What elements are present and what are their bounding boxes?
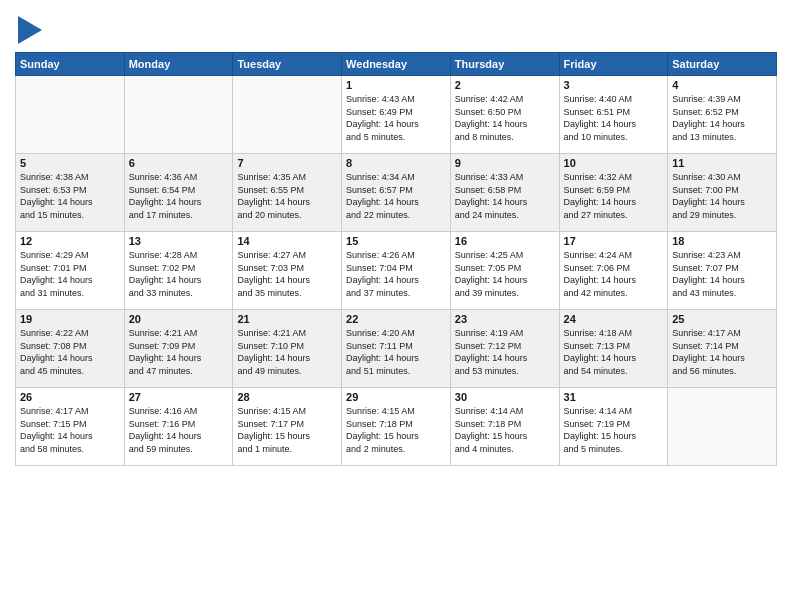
- day-info: Sunrise: 4:39 AMSunset: 6:52 PMDaylight:…: [672, 93, 772, 143]
- table-row: 3Sunrise: 4:40 AMSunset: 6:51 PMDaylight…: [559, 76, 668, 154]
- table-row: 1Sunrise: 4:43 AMSunset: 6:49 PMDaylight…: [342, 76, 451, 154]
- table-row: 8Sunrise: 4:34 AMSunset: 6:57 PMDaylight…: [342, 154, 451, 232]
- calendar-week-row: 19Sunrise: 4:22 AMSunset: 7:08 PMDayligh…: [16, 310, 777, 388]
- day-number: 18: [672, 235, 772, 247]
- day-number: 26: [20, 391, 120, 403]
- day-info: Sunrise: 4:16 AMSunset: 7:16 PMDaylight:…: [129, 405, 229, 455]
- table-row: 18Sunrise: 4:23 AMSunset: 7:07 PMDayligh…: [668, 232, 777, 310]
- day-info: Sunrise: 4:25 AMSunset: 7:05 PMDaylight:…: [455, 249, 555, 299]
- logo: [15, 14, 42, 44]
- day-number: 23: [455, 313, 555, 325]
- day-info: Sunrise: 4:14 AMSunset: 7:19 PMDaylight:…: [564, 405, 664, 455]
- table-row: 20Sunrise: 4:21 AMSunset: 7:09 PMDayligh…: [124, 310, 233, 388]
- table-row: [16, 76, 125, 154]
- svg-marker-0: [18, 16, 42, 44]
- table-row: 13Sunrise: 4:28 AMSunset: 7:02 PMDayligh…: [124, 232, 233, 310]
- table-row: 22Sunrise: 4:20 AMSunset: 7:11 PMDayligh…: [342, 310, 451, 388]
- day-number: 21: [237, 313, 337, 325]
- day-info: Sunrise: 4:40 AMSunset: 6:51 PMDaylight:…: [564, 93, 664, 143]
- table-row: 19Sunrise: 4:22 AMSunset: 7:08 PMDayligh…: [16, 310, 125, 388]
- day-info: Sunrise: 4:35 AMSunset: 6:55 PMDaylight:…: [237, 171, 337, 221]
- day-number: 12: [20, 235, 120, 247]
- table-row: 2Sunrise: 4:42 AMSunset: 6:50 PMDaylight…: [450, 76, 559, 154]
- table-row: 29Sunrise: 4:15 AMSunset: 7:18 PMDayligh…: [342, 388, 451, 466]
- table-row: 6Sunrise: 4:36 AMSunset: 6:54 PMDaylight…: [124, 154, 233, 232]
- col-monday: Monday: [124, 53, 233, 76]
- table-row: 12Sunrise: 4:29 AMSunset: 7:01 PMDayligh…: [16, 232, 125, 310]
- day-number: 11: [672, 157, 772, 169]
- day-number: 20: [129, 313, 229, 325]
- day-info: Sunrise: 4:29 AMSunset: 7:01 PMDaylight:…: [20, 249, 120, 299]
- day-info: Sunrise: 4:32 AMSunset: 6:59 PMDaylight:…: [564, 171, 664, 221]
- day-number: 28: [237, 391, 337, 403]
- table-row: 28Sunrise: 4:15 AMSunset: 7:17 PMDayligh…: [233, 388, 342, 466]
- calendar-table: Sunday Monday Tuesday Wednesday Thursday…: [15, 52, 777, 466]
- day-number: 15: [346, 235, 446, 247]
- table-row: 4Sunrise: 4:39 AMSunset: 6:52 PMDaylight…: [668, 76, 777, 154]
- page: Sunday Monday Tuesday Wednesday Thursday…: [0, 0, 792, 612]
- day-info: Sunrise: 4:21 AMSunset: 7:10 PMDaylight:…: [237, 327, 337, 377]
- col-tuesday: Tuesday: [233, 53, 342, 76]
- day-info: Sunrise: 4:34 AMSunset: 6:57 PMDaylight:…: [346, 171, 446, 221]
- day-number: 7: [237, 157, 337, 169]
- day-info: Sunrise: 4:19 AMSunset: 7:12 PMDaylight:…: [455, 327, 555, 377]
- col-sunday: Sunday: [16, 53, 125, 76]
- day-info: Sunrise: 4:18 AMSunset: 7:13 PMDaylight:…: [564, 327, 664, 377]
- day-number: 22: [346, 313, 446, 325]
- day-number: 16: [455, 235, 555, 247]
- table-row: 23Sunrise: 4:19 AMSunset: 7:12 PMDayligh…: [450, 310, 559, 388]
- day-info: Sunrise: 4:27 AMSunset: 7:03 PMDaylight:…: [237, 249, 337, 299]
- table-row: 7Sunrise: 4:35 AMSunset: 6:55 PMDaylight…: [233, 154, 342, 232]
- day-info: Sunrise: 4:17 AMSunset: 7:15 PMDaylight:…: [20, 405, 120, 455]
- table-row: 16Sunrise: 4:25 AMSunset: 7:05 PMDayligh…: [450, 232, 559, 310]
- table-row: [233, 76, 342, 154]
- day-number: 1: [346, 79, 446, 91]
- day-info: Sunrise: 4:20 AMSunset: 7:11 PMDaylight:…: [346, 327, 446, 377]
- day-number: 8: [346, 157, 446, 169]
- col-thursday: Thursday: [450, 53, 559, 76]
- day-info: Sunrise: 4:24 AMSunset: 7:06 PMDaylight:…: [564, 249, 664, 299]
- day-number: 17: [564, 235, 664, 247]
- day-info: Sunrise: 4:14 AMSunset: 7:18 PMDaylight:…: [455, 405, 555, 455]
- day-number: 27: [129, 391, 229, 403]
- day-number: 31: [564, 391, 664, 403]
- calendar-week-row: 5Sunrise: 4:38 AMSunset: 6:53 PMDaylight…: [16, 154, 777, 232]
- day-info: Sunrise: 4:42 AMSunset: 6:50 PMDaylight:…: [455, 93, 555, 143]
- day-info: Sunrise: 4:38 AMSunset: 6:53 PMDaylight:…: [20, 171, 120, 221]
- day-info: Sunrise: 4:26 AMSunset: 7:04 PMDaylight:…: [346, 249, 446, 299]
- day-info: Sunrise: 4:43 AMSunset: 6:49 PMDaylight:…: [346, 93, 446, 143]
- day-info: Sunrise: 4:22 AMSunset: 7:08 PMDaylight:…: [20, 327, 120, 377]
- table-row: 10Sunrise: 4:32 AMSunset: 6:59 PMDayligh…: [559, 154, 668, 232]
- day-number: 4: [672, 79, 772, 91]
- header: [15, 10, 777, 44]
- day-info: Sunrise: 4:17 AMSunset: 7:14 PMDaylight:…: [672, 327, 772, 377]
- table-row: 21Sunrise: 4:21 AMSunset: 7:10 PMDayligh…: [233, 310, 342, 388]
- table-row: 5Sunrise: 4:38 AMSunset: 6:53 PMDaylight…: [16, 154, 125, 232]
- table-row: 9Sunrise: 4:33 AMSunset: 6:58 PMDaylight…: [450, 154, 559, 232]
- table-row: 31Sunrise: 4:14 AMSunset: 7:19 PMDayligh…: [559, 388, 668, 466]
- day-number: 13: [129, 235, 229, 247]
- day-info: Sunrise: 4:30 AMSunset: 7:00 PMDaylight:…: [672, 171, 772, 221]
- calendar-header-row: Sunday Monday Tuesday Wednesday Thursday…: [16, 53, 777, 76]
- day-number: 10: [564, 157, 664, 169]
- day-number: 19: [20, 313, 120, 325]
- table-row: 25Sunrise: 4:17 AMSunset: 7:14 PMDayligh…: [668, 310, 777, 388]
- day-number: 6: [129, 157, 229, 169]
- day-info: Sunrise: 4:15 AMSunset: 7:17 PMDaylight:…: [237, 405, 337, 455]
- day-info: Sunrise: 4:36 AMSunset: 6:54 PMDaylight:…: [129, 171, 229, 221]
- col-wednesday: Wednesday: [342, 53, 451, 76]
- table-row: [124, 76, 233, 154]
- day-number: 30: [455, 391, 555, 403]
- day-info: Sunrise: 4:33 AMSunset: 6:58 PMDaylight:…: [455, 171, 555, 221]
- col-friday: Friday: [559, 53, 668, 76]
- table-row: 26Sunrise: 4:17 AMSunset: 7:15 PMDayligh…: [16, 388, 125, 466]
- table-row: 15Sunrise: 4:26 AMSunset: 7:04 PMDayligh…: [342, 232, 451, 310]
- logo-icon: [18, 16, 42, 44]
- day-number: 9: [455, 157, 555, 169]
- day-info: Sunrise: 4:21 AMSunset: 7:09 PMDaylight:…: [129, 327, 229, 377]
- day-number: 14: [237, 235, 337, 247]
- day-info: Sunrise: 4:28 AMSunset: 7:02 PMDaylight:…: [129, 249, 229, 299]
- day-number: 2: [455, 79, 555, 91]
- table-row: 24Sunrise: 4:18 AMSunset: 7:13 PMDayligh…: [559, 310, 668, 388]
- day-number: 24: [564, 313, 664, 325]
